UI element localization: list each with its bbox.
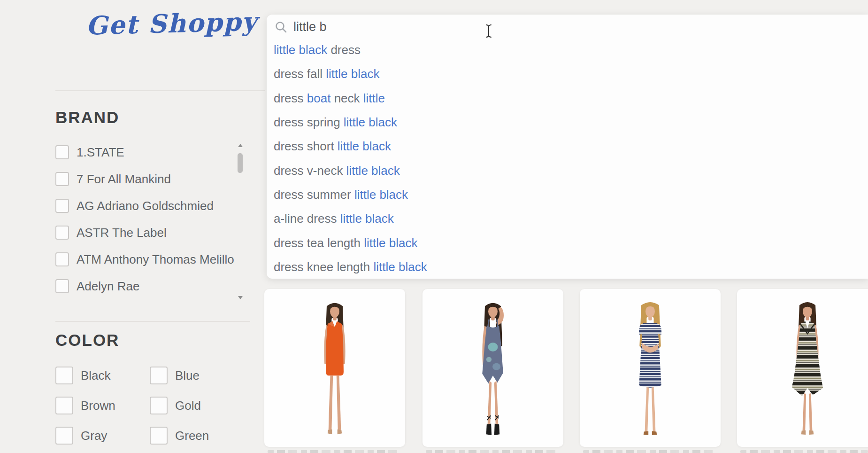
filter-label: Gold bbox=[175, 398, 201, 413]
suggestion-text: a-line dress bbox=[274, 211, 340, 226]
brand-scrollbar-down-arrow-icon[interactable] bbox=[238, 296, 243, 299]
filter-label: 1.STATE bbox=[77, 145, 124, 160]
search-suggestion[interactable]: dress boat neck little bbox=[274, 86, 696, 110]
suggestion-highlight: little bbox=[363, 91, 385, 106]
search-suggestion[interactable]: dress knee length little black bbox=[274, 255, 696, 279]
checkbox[interactable] bbox=[55, 427, 73, 445]
brand-section-title: BRAND bbox=[55, 108, 119, 127]
sidebar-divider bbox=[55, 321, 250, 322]
suggestion-highlight: little black bbox=[344, 115, 397, 130]
brand-scrollbar-thumb[interactable] bbox=[238, 153, 243, 173]
checkbox[interactable] bbox=[55, 367, 73, 384]
suggestion-text: neck bbox=[330, 91, 363, 106]
suggestion-highlight: little black bbox=[274, 43, 330, 57]
header-divider bbox=[55, 90, 265, 91]
product-card[interactable] bbox=[737, 289, 868, 447]
search-suggestion[interactable]: dress tea length little black bbox=[274, 231, 696, 255]
suggestion-text: dress fall bbox=[274, 67, 326, 81]
filter-label: Blue bbox=[175, 368, 200, 383]
suggestion-highlight: little black bbox=[340, 211, 394, 226]
color-section-title: COLOR bbox=[55, 331, 119, 350]
brand-scrollbar-up-arrow-icon[interactable] bbox=[238, 144, 243, 147]
filter-label: Brown bbox=[81, 398, 115, 413]
product-image-chevron-dress bbox=[781, 293, 834, 444]
product-card[interactable] bbox=[422, 289, 563, 447]
product-image-orange-dress bbox=[308, 293, 361, 444]
suggestion-text: dress knee length bbox=[274, 260, 373, 274]
filter-option-brown[interactable]: Brown bbox=[55, 397, 150, 414]
search-suggestion[interactable]: a-line dress little black bbox=[274, 207, 696, 231]
filter-option-green[interactable]: Green bbox=[150, 427, 244, 445]
filter-option-black[interactable]: Black bbox=[55, 367, 150, 384]
search-icon bbox=[275, 21, 287, 33]
text-cursor-pointer-icon bbox=[485, 23, 492, 39]
checkbox[interactable] bbox=[55, 252, 69, 266]
filter-label: Gray bbox=[81, 429, 107, 443]
truncated-product-caption bbox=[268, 450, 400, 453]
checkbox[interactable] bbox=[55, 226, 69, 240]
product-image-floral-slip-dress bbox=[466, 293, 520, 444]
filter-option-1-state[interactable]: 1.STATE bbox=[55, 145, 234, 160]
search-suggestion[interactable]: dress v-neck little black bbox=[274, 158, 696, 182]
filter-label: Adelyn Rae bbox=[77, 279, 139, 294]
suggestion-highlight: boat bbox=[307, 91, 331, 106]
search-input[interactable]: little b bbox=[293, 18, 327, 35]
filter-option-7-for-all-mankind[interactable]: 7 For All Mankind bbox=[55, 172, 234, 187]
checkbox[interactable] bbox=[55, 172, 69, 186]
filter-label: Black bbox=[81, 368, 111, 383]
search-suggestion[interactable]: dress fall little black bbox=[274, 62, 696, 86]
suggestion-highlight: little black bbox=[326, 67, 379, 81]
suggestion-highlight: little black bbox=[346, 164, 400, 178]
filter-option-gray[interactable]: Gray bbox=[55, 427, 150, 445]
filter-option-astr-the-label[interactable]: ASTR The Label bbox=[55, 225, 234, 240]
product-card[interactable] bbox=[580, 289, 721, 447]
checkbox[interactable] bbox=[150, 397, 168, 414]
checkbox[interactable] bbox=[55, 397, 73, 414]
suggestion-text: dress bbox=[274, 91, 307, 106]
suggestion-highlight: little black bbox=[338, 139, 391, 154]
filter-option-atm-anthony-thomas-melillo[interactable]: ATM Anthony Thomas Melillo bbox=[55, 252, 234, 267]
filter-label: AG Adriano Goldschmied bbox=[77, 199, 214, 213]
search-suggestion-list: little black dressdress fall little blac… bbox=[274, 38, 696, 279]
filter-label: ATM Anthony Thomas Melillo bbox=[77, 252, 234, 267]
filter-option-blue[interactable]: Blue bbox=[150, 367, 244, 384]
product-card[interactable] bbox=[264, 289, 405, 447]
search-suggestion[interactable]: dress summer little black bbox=[274, 183, 696, 207]
suggestion-text: dress spring bbox=[274, 115, 344, 130]
search-dropdown-panel: little b little black dressdress fall li… bbox=[267, 15, 868, 279]
filter-label: ASTR The Label bbox=[77, 226, 167, 240]
suggestion-text: dress tea length bbox=[274, 236, 364, 250]
suggestion-highlight: little black bbox=[373, 260, 427, 274]
search-suggestion[interactable]: little black dress bbox=[274, 38, 696, 62]
suggestion-text: dress short bbox=[274, 139, 338, 154]
checkbox[interactable] bbox=[55, 199, 69, 213]
checkbox[interactable] bbox=[55, 145, 69, 159]
checkbox[interactable] bbox=[150, 367, 168, 384]
filter-option-ag-adriano-goldschmied[interactable]: AG Adriano Goldschmied bbox=[55, 198, 234, 213]
suggestion-text: dress bbox=[330, 43, 361, 57]
color-filter-list: BlackBlueBrownGoldGrayGreen bbox=[55, 367, 244, 445]
filter-option-adelyn-rae[interactable]: Adelyn Rae bbox=[55, 279, 234, 294]
brand-filter-list: 1.STATE7 For All MankindAG Adriano Golds… bbox=[55, 145, 234, 294]
suggestion-highlight: little black bbox=[364, 236, 417, 250]
product-image-striped-dress bbox=[623, 293, 677, 444]
filter-label: Green bbox=[175, 429, 209, 443]
filter-option-gold[interactable]: Gold bbox=[150, 397, 244, 414]
truncated-product-caption bbox=[740, 450, 868, 453]
truncated-product-caption bbox=[583, 450, 715, 453]
site-logo[interactable]: Get Shoppy bbox=[85, 6, 258, 41]
page: { "page": { "background": "#f1f0ee" }, "… bbox=[0, 0, 868, 453]
checkbox[interactable] bbox=[150, 427, 168, 445]
suggestion-text: dress summer bbox=[274, 187, 354, 202]
search-suggestion[interactable]: dress spring little black bbox=[274, 110, 696, 134]
filter-label: 7 For All Mankind bbox=[77, 172, 171, 187]
checkbox[interactable] bbox=[55, 279, 69, 293]
suggestion-highlight: little black bbox=[354, 187, 408, 202]
truncated-product-caption bbox=[426, 450, 558, 453]
suggestion-text: dress v-neck bbox=[274, 164, 346, 178]
search-suggestion[interactable]: dress short little black bbox=[274, 134, 696, 158]
